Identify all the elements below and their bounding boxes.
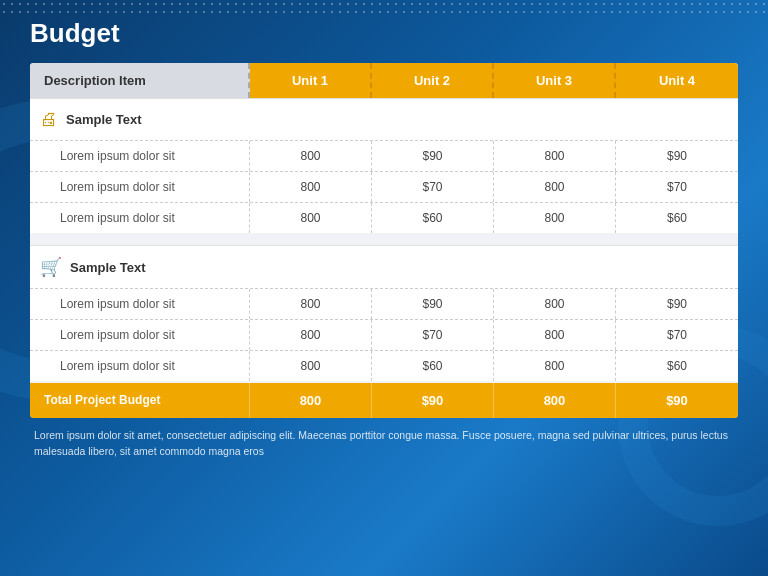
total-unit1: 800 bbox=[250, 383, 372, 418]
table-row: Lorem ipsum dolor sit 800 $70 800 $70 bbox=[30, 319, 738, 350]
section-2-header: 🛒 Sample Text bbox=[30, 245, 738, 288]
row-unit2: $60 bbox=[372, 203, 494, 233]
row-unit2: $90 bbox=[372, 289, 494, 319]
row-unit4: $90 bbox=[616, 141, 738, 171]
section-gap bbox=[30, 233, 738, 245]
row-desc: Lorem ipsum dolor sit bbox=[30, 172, 250, 202]
section-2-title: Sample Text bbox=[70, 260, 146, 275]
table-row: Lorem ipsum dolor sit 800 $70 800 $70 bbox=[30, 171, 738, 202]
row-unit2: $70 bbox=[372, 320, 494, 350]
row-unit1: 800 bbox=[250, 203, 372, 233]
total-unit3: 800 bbox=[494, 383, 616, 418]
header-description: Description Item bbox=[30, 63, 250, 98]
row-unit3: 800 bbox=[494, 203, 616, 233]
total-row: Total Project Budget 800 $90 800 $90 bbox=[30, 383, 738, 418]
section-2-icon: 🛒 bbox=[40, 256, 62, 278]
row-desc: Lorem ipsum dolor sit bbox=[30, 203, 250, 233]
header-unit3: Unit 3 bbox=[494, 63, 616, 98]
table-row: Lorem ipsum dolor sit 800 $90 800 $90 bbox=[30, 140, 738, 171]
row-unit3: 800 bbox=[494, 141, 616, 171]
row-unit1: 800 bbox=[250, 289, 372, 319]
row-unit1: 800 bbox=[250, 141, 372, 171]
row-unit3: 800 bbox=[494, 351, 616, 381]
header-unit2: Unit 2 bbox=[372, 63, 494, 98]
row-unit3: 800 bbox=[494, 172, 616, 202]
footer-text: Lorem ipsum dolor sit amet, consectetuer… bbox=[30, 428, 738, 460]
table-row: Lorem ipsum dolor sit 800 $60 800 $60 bbox=[30, 202, 738, 233]
row-desc: Lorem ipsum dolor sit bbox=[30, 141, 250, 171]
row-desc: Lorem ipsum dolor sit bbox=[30, 320, 250, 350]
row-desc: Lorem ipsum dolor sit bbox=[30, 351, 250, 381]
page-title: Budget bbox=[30, 18, 738, 49]
section-2-empty bbox=[250, 246, 738, 288]
row-unit4: $70 bbox=[616, 320, 738, 350]
row-unit4: $60 bbox=[616, 203, 738, 233]
row-unit2: $60 bbox=[372, 351, 494, 381]
section-1-header: 🖨 Sample Text bbox=[30, 98, 738, 140]
row-unit1: 800 bbox=[250, 172, 372, 202]
row-unit2: $90 bbox=[372, 141, 494, 171]
section-1-title: Sample Text bbox=[66, 112, 142, 127]
table-row: Lorem ipsum dolor sit 800 $60 800 $60 bbox=[30, 350, 738, 381]
row-desc: Lorem ipsum dolor sit bbox=[30, 289, 250, 319]
header-unit1: Unit 1 bbox=[250, 63, 372, 98]
row-unit4: $90 bbox=[616, 289, 738, 319]
row-unit3: 800 bbox=[494, 320, 616, 350]
row-unit2: $70 bbox=[372, 172, 494, 202]
row-unit1: 800 bbox=[250, 351, 372, 381]
total-unit2: $90 bbox=[372, 383, 494, 418]
section-1-title-cell: 🖨 Sample Text bbox=[30, 99, 250, 140]
total-unit4: $90 bbox=[616, 383, 738, 418]
section-1-icon: 🖨 bbox=[40, 109, 58, 130]
row-unit1: 800 bbox=[250, 320, 372, 350]
header-unit4: Unit 4 bbox=[616, 63, 738, 98]
total-label: Total Project Budget bbox=[30, 383, 250, 418]
row-unit4: $70 bbox=[616, 172, 738, 202]
budget-table-card: Description Item Unit 1 Unit 2 Unit 3 Un… bbox=[30, 63, 738, 418]
main-container: Budget Description Item Unit 1 Unit 2 Un… bbox=[0, 0, 768, 470]
row-unit4: $60 bbox=[616, 351, 738, 381]
table-row: Lorem ipsum dolor sit 800 $90 800 $90 bbox=[30, 288, 738, 319]
section-1-empty bbox=[250, 99, 738, 140]
row-unit3: 800 bbox=[494, 289, 616, 319]
section-2-title-cell: 🛒 Sample Text bbox=[30, 246, 250, 288]
table-header: Description Item Unit 1 Unit 2 Unit 3 Un… bbox=[30, 63, 738, 98]
